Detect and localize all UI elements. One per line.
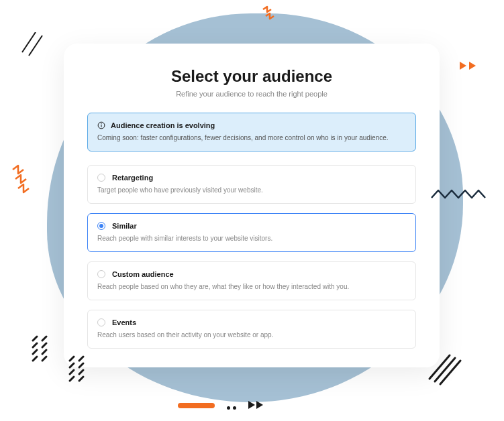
decoration-stripes-bottom-right [427, 352, 464, 389]
option-title: Events [112, 318, 136, 326]
svg-line-11 [42, 357, 46, 361]
decoration-play-bottom [248, 400, 263, 412]
option-title: Custom audience [112, 270, 174, 278]
svg-line-4 [33, 337, 37, 341]
option-desc: Target people who have previously visite… [97, 186, 406, 195]
svg-line-19 [79, 377, 83, 381]
option-title: Retargeting [112, 174, 153, 182]
option-desc: Reach people with similar interests to y… [97, 234, 406, 243]
svg-point-26 [101, 123, 101, 124]
svg-line-10 [42, 350, 46, 354]
page-subtitle: Refine your audience to reach the right … [87, 90, 416, 98]
decoration-dots-bottom [227, 400, 236, 412]
svg-marker-23 [248, 401, 255, 409]
decoration-stripes-bottom-left-2 [67, 355, 94, 389]
svg-line-14 [70, 370, 74, 374]
svg-line-13 [70, 363, 74, 367]
option-events[interactable]: Events Reach users based on their activi… [87, 310, 416, 349]
svg-line-8 [42, 337, 46, 341]
svg-marker-3 [469, 62, 476, 70]
option-custom-audience[interactable]: Custom audience Reach people based on wh… [87, 261, 416, 300]
info-icon [97, 121, 105, 129]
svg-line-7 [33, 357, 37, 361]
svg-line-16 [79, 357, 83, 361]
svg-marker-2 [460, 62, 466, 70]
decoration-lines-top-left [19, 32, 46, 59]
info-banner-title: Audience creation is evolving [111, 121, 215, 129]
svg-line-18 [79, 370, 83, 374]
radio-icon [97, 222, 105, 230]
decoration-pill-bottom [178, 399, 215, 411]
svg-line-6 [33, 350, 37, 354]
svg-line-5 [33, 343, 37, 347]
svg-line-17 [79, 363, 83, 367]
svg-marker-24 [256, 401, 263, 409]
decoration-stripes-bottom-left-1 [30, 335, 57, 369]
radio-icon [97, 270, 105, 278]
option-similar[interactable]: Similar Reach people with similar intere… [87, 213, 416, 252]
info-banner: Audience creation is evolving Coming soo… [87, 113, 416, 152]
audience-card: Select your audience Refine your audienc… [64, 44, 440, 367]
option-retargeting[interactable]: Retargeting Target people who have previ… [87, 165, 416, 204]
option-title: Similar [112, 222, 137, 230]
decoration-play-top-right [460, 60, 485, 71]
svg-line-12 [70, 357, 74, 361]
svg-rect-27 [101, 125, 101, 127]
svg-line-15 [70, 377, 74, 381]
radio-icon [97, 318, 105, 326]
svg-line-9 [42, 343, 46, 347]
option-desc: Reach users based on their activity on y… [97, 330, 406, 340]
info-banner-body: Coming soon: faster configurations, fewe… [97, 133, 406, 143]
page-title: Select your audience [87, 67, 416, 86]
decoration-zigzag-top [262, 5, 282, 22]
decoration-zigzag-right [430, 188, 494, 201]
decoration-zigzag-left [10, 164, 37, 194]
radio-icon [97, 174, 105, 182]
option-desc: Reach people based on who they are, what… [97, 282, 406, 292]
